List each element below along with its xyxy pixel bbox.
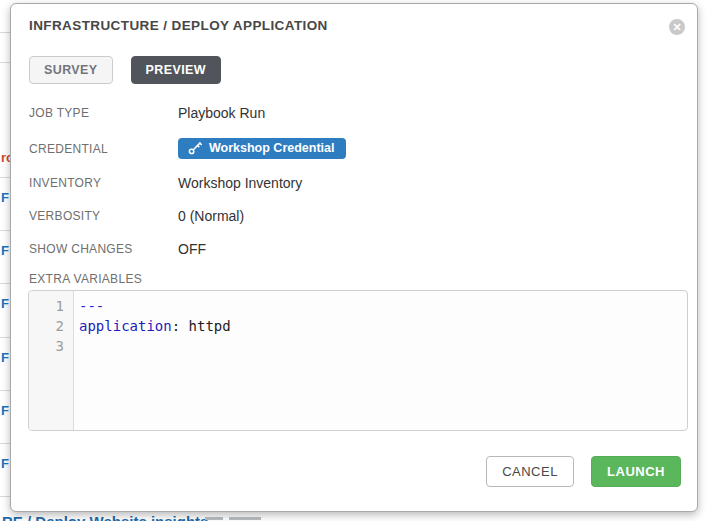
job-type-label: JOB TYPE xyxy=(29,106,178,120)
yaml-key: application xyxy=(79,318,172,334)
background-text-fragment: F xyxy=(1,456,9,471)
editor-code-area[interactable]: --- application: httpd xyxy=(74,291,687,430)
line-number: 2 xyxy=(29,316,64,336)
credential-badge[interactable]: Workshop Credential xyxy=(178,138,346,159)
tab-survey[interactable]: SURVEY xyxy=(29,56,113,84)
detail-row-verbosity: VERBOSITY 0 (Normal) xyxy=(29,208,244,224)
extra-variables-label: EXTRA VARIABLES xyxy=(29,272,142,286)
tab-preview[interactable]: PREVIEW xyxy=(131,56,221,84)
key-icon xyxy=(188,141,202,155)
close-icon[interactable]: ✕ xyxy=(669,19,685,35)
yaml-value: httpd xyxy=(189,318,231,334)
background-clipped-link: RE / Deploy Website insights xyxy=(2,513,208,521)
detail-row-show-changes: SHOW CHANGES OFF xyxy=(29,241,206,257)
editor-line-numbers: 1 2 3 xyxy=(29,291,74,430)
detail-row-job-type: JOB TYPE Playbook Run xyxy=(29,105,265,121)
credential-label: CREDENTIAL xyxy=(29,142,178,156)
launch-button[interactable]: LAUNCH xyxy=(591,456,681,487)
line-number: 1 xyxy=(29,296,64,316)
detail-row-inventory: INVENTORY Workshop Inventory xyxy=(29,175,302,191)
background-text-fragment: F xyxy=(1,243,9,258)
deploy-application-modal: INFRASTRUCTURE / DEPLOY APPLICATION ✕ SU… xyxy=(10,3,698,512)
show-changes-value: OFF xyxy=(178,241,206,257)
line-number: 3 xyxy=(29,336,64,356)
inventory-value: Workshop Inventory xyxy=(178,175,302,191)
background-text-fragment: F xyxy=(1,190,9,205)
credential-badge-label: Workshop Credential xyxy=(209,141,334,155)
extra-variables-editor[interactable]: 1 2 3 --- application: httpd xyxy=(28,290,688,431)
inventory-label: INVENTORY xyxy=(29,176,178,190)
verbosity-value: 0 (Normal) xyxy=(178,208,244,224)
background-text-fragment: F xyxy=(1,296,9,311)
modal-title: INFRASTRUCTURE / DEPLOY APPLICATION xyxy=(29,18,328,33)
background-meta-fragment xyxy=(205,517,223,520)
background-text-fragment: F xyxy=(1,403,9,418)
yaml-doc-start: --- xyxy=(79,298,104,314)
show-changes-label: SHOW CHANGES xyxy=(29,242,178,256)
detail-row-credential: CREDENTIAL Workshop Credential xyxy=(29,138,346,159)
background-meta-fragment xyxy=(229,517,261,520)
modal-tab-bar: SURVEY PREVIEW xyxy=(29,56,221,84)
background-text-fragment: F xyxy=(1,350,9,365)
modal-footer: CANCEL LAUNCH xyxy=(486,456,681,487)
background-page-bottom-sliver: RE / Deploy Website insights xyxy=(0,512,707,521)
yaml-separator: : xyxy=(172,318,189,334)
cancel-button[interactable]: CANCEL xyxy=(486,456,574,487)
verbosity-label: VERBOSITY xyxy=(29,209,178,223)
job-type-value: Playbook Run xyxy=(178,105,265,121)
screen: rc F F F F F F RE / Deploy Website insig… xyxy=(0,0,707,521)
